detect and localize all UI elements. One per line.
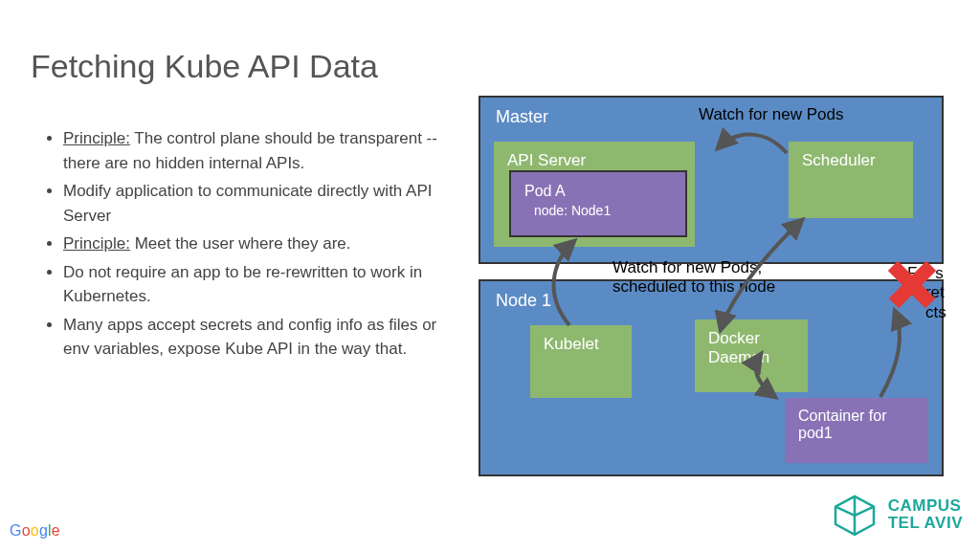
pod-node: node: Node1 <box>524 202 672 219</box>
principle-label: Principle: <box>63 234 130 253</box>
container-pod-box: Container for pod1 <box>785 398 928 463</box>
bullet-text: Modify application to communicate direct… <box>63 182 433 225</box>
logo-letter: G <box>10 522 22 539</box>
pod-a-box: Pod A node: Node1 <box>509 170 687 237</box>
cross-icon <box>880 253 944 316</box>
campus-line1: CAMPUS <box>888 497 963 515</box>
bullet-item: Do not require an app to be re-rewritten… <box>63 260 448 309</box>
scheduler-box: Scheduler <box>789 142 913 218</box>
annotation-watch-pods: Watch for new Pods <box>699 105 844 124</box>
campus-cube-icon <box>831 494 879 536</box>
pod-name: Pod A <box>524 183 566 199</box>
bullet-item: Modify application to communicate direct… <box>63 179 448 228</box>
logo-letter: o <box>22 522 31 539</box>
node1-title: Node 1 <box>496 291 551 311</box>
bullet-text: Many apps accept secrets and config info… <box>63 316 436 359</box>
docker-daemon-box: Docker Daemon <box>695 320 808 392</box>
bullet-text: Meet the user where they are. <box>130 234 351 253</box>
campus-text: CAMPUS TEL AVIV <box>888 497 963 532</box>
bullet-item: Principle: The control plane should be t… <box>63 126 448 175</box>
bullet-item: Principle: Meet the user where they are. <box>63 231 448 256</box>
bullet-item: Many apps accept secrets and config info… <box>63 313 448 362</box>
bullet-list: Principle: The control plane should be t… <box>46 126 448 365</box>
slide-title: Fetching Kube API Data <box>31 48 378 85</box>
master-title: Master <box>496 107 548 127</box>
bullet-text: Do not require an app to be re-rewritten… <box>63 263 422 306</box>
kubelet-box: Kubelet <box>530 325 632 398</box>
architecture-diagram: Master API Server Scheduler Pod A node: … <box>479 96 962 488</box>
annotation-watch-scheduled: Watch for new Pods, scheduled to this no… <box>612 258 823 298</box>
campus-logo: CAMPUS TEL AVIV <box>831 494 963 536</box>
campus-line2: TEL AVIV <box>888 515 963 532</box>
logo-letter: o <box>31 522 39 539</box>
logo-letter: g <box>39 522 48 539</box>
google-logo: Google <box>10 522 60 540</box>
principle-label: Principle: <box>63 129 130 147</box>
logo-letter: e <box>52 522 60 539</box>
